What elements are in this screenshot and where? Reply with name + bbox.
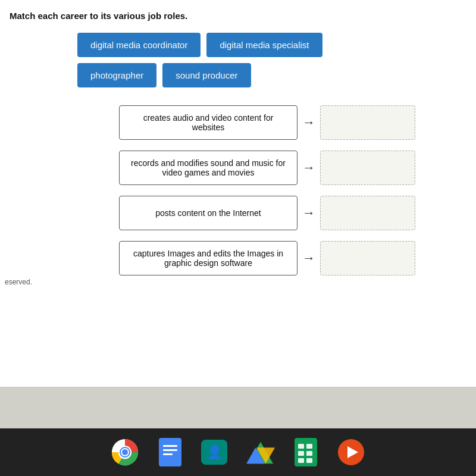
svg-rect-18 xyxy=(298,451,304,456)
match-row-3: posts content on the Internet → xyxy=(119,196,464,230)
career-btn-sp[interactable]: sound producer xyxy=(162,63,250,87)
docs-icon[interactable] xyxy=(156,438,184,466)
arrow-4: → xyxy=(302,250,315,266)
job-role-box-1: creates audio and video content for webs… xyxy=(119,105,298,140)
svg-rect-6 xyxy=(163,449,177,451)
play-store-icon[interactable] xyxy=(337,438,365,466)
svg-rect-4 xyxy=(159,438,181,466)
match-row-2: records and modifies sound and music for… xyxy=(119,151,464,185)
arrow-2: → xyxy=(302,160,315,176)
svg-rect-16 xyxy=(298,444,304,449)
match-row-1: creates audio and video content for webs… xyxy=(119,105,464,140)
svg-rect-7 xyxy=(163,453,173,455)
svg-rect-19 xyxy=(306,451,312,456)
reserved-text: eserved. xyxy=(0,275,476,286)
sheets-icon[interactable] xyxy=(292,438,320,466)
svg-text:👤: 👤 xyxy=(206,444,223,460)
answer-box-1[interactable] xyxy=(320,105,415,140)
job-role-box-3: posts content on the Internet xyxy=(119,196,298,230)
instruction-text: Match each career to its various job rol… xyxy=(0,0,476,27)
svg-rect-15 xyxy=(295,438,317,466)
match-row-4: captures Images and edits the Images in … xyxy=(119,241,464,275)
svg-rect-5 xyxy=(163,445,177,447)
drive-icon[interactable] xyxy=(246,438,275,466)
taskbar: 👤 xyxy=(0,428,476,476)
arrow-3: → xyxy=(302,205,315,221)
svg-rect-21 xyxy=(306,458,312,463)
answer-box-2[interactable] xyxy=(320,151,415,185)
svg-rect-20 xyxy=(298,458,304,463)
career-btn-dms[interactable]: digital media specialist xyxy=(206,33,322,57)
svg-point-3 xyxy=(122,449,128,455)
career-btn-ph[interactable]: photographer xyxy=(77,63,156,87)
answer-box-4[interactable] xyxy=(320,241,415,275)
meet-icon[interactable]: 👤 xyxy=(201,438,230,466)
career-buttons-area: digital media coordinator digital media … xyxy=(0,27,476,93)
arrow-1: → xyxy=(302,115,315,130)
match-area: creates audio and video content for webs… xyxy=(0,105,476,275)
job-role-box-4: captures Images and edits the Images in … xyxy=(119,241,298,275)
chrome-icon[interactable] xyxy=(111,438,139,466)
answer-box-3[interactable] xyxy=(320,196,415,230)
svg-rect-17 xyxy=(306,444,312,449)
job-role-box-2: records and modifies sound and music for… xyxy=(119,151,298,185)
career-btn-dmc[interactable]: digital media coordinator xyxy=(77,33,201,57)
